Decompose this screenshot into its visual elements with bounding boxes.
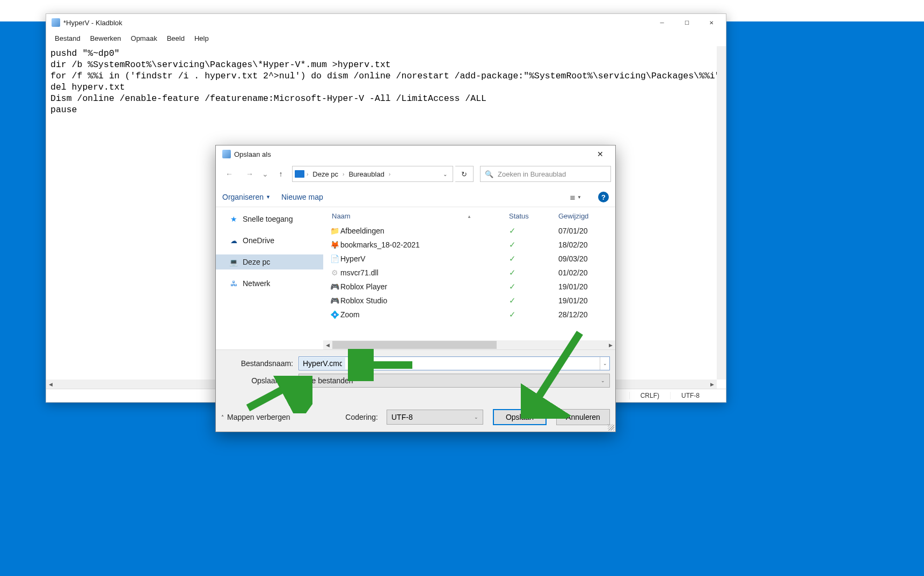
filename-input[interactable]	[300, 358, 345, 369]
file-status-icon: ✓	[509, 240, 558, 250]
save-dialog-titlebar[interactable]: Opslaan als	[216, 145, 615, 163]
chevron-right-icon: ›	[341, 171, 345, 177]
organize-button[interactable]: Organiseren ▼	[222, 193, 271, 201]
file-name: bookmarks_18-02-2021	[340, 240, 509, 249]
file-icon: 🎮	[329, 282, 340, 291]
save-as-dialog: Opslaan als ← → ⌄ ↑ › Deze pc › Bureaubl…	[215, 145, 616, 432]
nav-onedrive[interactable]: ☁ OneDrive	[216, 233, 323, 248]
col-name[interactable]: Naam	[326, 212, 509, 220]
nav-recent-dropdown[interactable]: ⌄	[261, 166, 270, 181]
save-dialog-footer: ˄ Mappen verbergen Codering: UTF-8 ⌄ Ops…	[216, 394, 615, 432]
file-status-icon: ✓	[509, 310, 558, 319]
scroll-right-icon[interactable]: ▶	[606, 340, 615, 349]
nav-this-pc[interactable]: 💻 Deze pc	[216, 254, 323, 269]
nav-network[interactable]: 🖧 Netwerk	[216, 276, 323, 291]
notepad-scrollbar-v[interactable]	[717, 46, 726, 380]
save-button[interactable]: Opslaan	[493, 409, 547, 425]
file-row[interactable]: 🦊bookmarks_18-02-2021✓18/02/20	[323, 238, 615, 252]
chevron-down-icon: ⌄	[474, 414, 478, 420]
file-row[interactable]: 📁Afbeeldingen✓07/01/20	[323, 224, 615, 238]
minimize-button[interactable]	[650, 14, 674, 31]
file-date: 19/01/20	[558, 296, 612, 305]
search-input[interactable]	[498, 170, 606, 178]
file-icon: 🦊	[329, 240, 340, 249]
hscroll-thumb[interactable]	[332, 341, 497, 349]
breadcrumb-dropdown-icon[interactable]: ⌄	[440, 171, 450, 177]
breadcrumb-folder[interactable]: Bureaublad	[346, 169, 387, 179]
file-status-icon: ✓	[509, 282, 558, 291]
file-status-icon: ✓	[509, 268, 558, 278]
scroll-left-icon[interactable]: ◀	[323, 340, 332, 349]
notepad-menubar: Bestand Bewerken Opmaak Beeld Help	[46, 31, 726, 46]
file-name: Afbeeldingen	[340, 227, 509, 235]
file-name: HyperV	[340, 254, 509, 263]
savetype-label: Opslaan als:	[221, 376, 299, 385]
col-status[interactable]: Status	[509, 212, 558, 220]
file-list-hscroll[interactable]: ◀ ▶	[323, 340, 615, 349]
notepad-titlebar[interactable]: *HyperV - Kladblok	[46, 14, 726, 31]
file-name: Zoom	[340, 310, 509, 319]
encoding-label: Codering:	[345, 413, 381, 421]
nav-back-button[interactable]: ←	[220, 166, 238, 181]
maximize-button[interactable]	[674, 14, 699, 31]
savetype-dropdown[interactable]: Alle bestanden ⌄	[299, 374, 610, 388]
status-encoding: UTF-8	[670, 392, 724, 399]
help-button[interactable]: ?	[598, 192, 609, 202]
file-name: msvcr71.dll	[340, 268, 509, 277]
hide-folders-button[interactable]: ˄ Mappen verbergen	[221, 413, 290, 421]
nav-forward-button[interactable]: →	[241, 166, 259, 181]
file-row[interactable]: ⚙msvcr71.dll✓01/02/20	[323, 266, 615, 280]
nav-quick-access[interactable]: ★ Snelle toegang	[216, 212, 323, 227]
encoding-dropdown[interactable]: UTF-8 ⌄	[387, 410, 483, 425]
file-icon: ⚙	[329, 268, 340, 277]
breadcrumb-pc[interactable]: Deze pc	[310, 169, 340, 179]
save-dialog-title: Opslaan als	[234, 150, 588, 158]
filename-dropdown-icon[interactable]: ⌄	[600, 357, 609, 370]
file-row[interactable]: 📄HyperV✓09/03/20	[323, 252, 615, 266]
menu-view[interactable]: Beeld	[163, 32, 189, 45]
file-row[interactable]: 🎮Roblox Studio✓19/01/20	[323, 294, 615, 308]
pc-icon: 💻	[229, 258, 238, 266]
file-row[interactable]: 🎮Roblox Player✓19/01/20	[323, 280, 615, 294]
scroll-right-icon[interactable]: ▶	[708, 380, 717, 389]
save-dialog-app-icon	[222, 150, 231, 158]
chevron-right-icon: ›	[305, 171, 309, 177]
file-status-icon: ✓	[509, 296, 558, 305]
close-button[interactable]	[699, 14, 724, 31]
save-dialog-toolbar: Organiseren ▼ Nieuwe map ≣ ▼ ?	[216, 187, 615, 207]
file-row[interactable]: 💠Zoom✓28/12/20	[323, 308, 615, 322]
file-date: 01/02/20	[558, 268, 612, 277]
scroll-left-icon[interactable]: ◀	[46, 380, 55, 389]
search-icon: 🔍	[485, 170, 493, 178]
new-folder-button[interactable]: Nieuwe map	[281, 193, 323, 201]
search-box[interactable]: 🔍	[480, 166, 611, 182]
cancel-button[interactable]: Annuleren	[556, 409, 610, 425]
resize-grip[interactable]	[608, 424, 614, 431]
refresh-button[interactable]: ↻	[455, 166, 474, 182]
address-bar[interactable]: › Deze pc › Bureaublad › ⌄	[292, 166, 453, 182]
file-date: 19/01/20	[558, 282, 612, 291]
file-name: Roblox Player	[340, 282, 509, 291]
navigation-pane: ★ Snelle toegang ☁ OneDrive 💻 Deze pc 🖧 …	[216, 207, 323, 349]
save-dialog-close-button[interactable]	[588, 147, 612, 162]
file-status-icon: ✓	[509, 254, 558, 264]
file-icon: 🎮	[329, 296, 340, 305]
notepad-text[interactable]: pushd "%~dp0" dir /b %SystemRoot%\servic…	[50, 48, 722, 115]
menu-help[interactable]: Help	[190, 32, 213, 45]
chevron-down-icon: ⌄	[601, 378, 605, 383]
nav-up-button[interactable]: ↑	[272, 166, 290, 181]
menu-edit[interactable]: Bewerken	[86, 32, 126, 45]
status-line-ending: CRLF)	[629, 392, 670, 399]
file-date: 07/01/20	[558, 227, 612, 235]
file-date: 09/03/20	[558, 254, 612, 263]
file-status-icon: ✓	[509, 226, 558, 236]
save-dialog-fields: Bestandsnaam: ⌄ Opslaan als: Alle bestan…	[216, 349, 615, 394]
view-mode-button[interactable]: ≣ ▼	[568, 191, 583, 203]
star-icon: ★	[229, 215, 238, 223]
col-modified[interactable]: Gewijzigd	[558, 212, 612, 220]
filename-combobox[interactable]: ⌄	[299, 356, 610, 370]
cloud-icon: ☁	[229, 236, 238, 245]
menu-file[interactable]: Bestand	[50, 32, 85, 45]
save-dialog-navbar: ← → ⌄ ↑ › Deze pc › Bureaublad › ⌄ ↻ 🔍	[216, 163, 615, 187]
menu-format[interactable]: Opmaak	[127, 32, 162, 45]
